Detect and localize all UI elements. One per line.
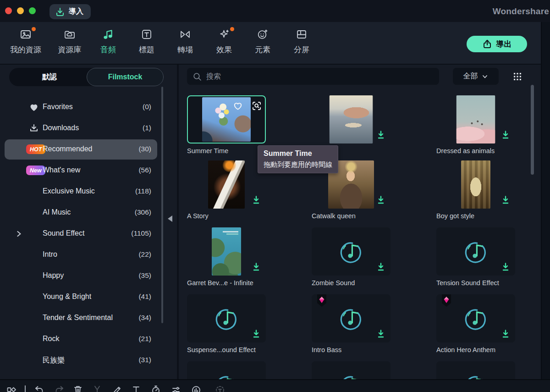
card-title: Suspense...ound Effect — [187, 346, 292, 354]
media-card[interactable] — [312, 95, 390, 144]
media-card[interactable] — [312, 361, 390, 379]
music-note-circle-icon — [338, 373, 364, 380]
sidebar-item-downloads[interactable]: Downloads(1) — [5, 118, 157, 138]
item-count: (56) — [138, 166, 151, 174]
motion-track-icon[interactable] — [215, 385, 225, 392]
sidebar-item-happy[interactable]: Happy(35) — [5, 266, 157, 286]
music-note-circle-icon — [338, 239, 364, 265]
rearrange-icon[interactable] — [6, 385, 16, 392]
sidebar-item-intro[interactable]: Intro(22) — [5, 245, 157, 265]
media-card[interactable] — [187, 361, 266, 379]
sidebar-item-sound-effect[interactable]: Sound Effect(1105) — [5, 224, 157, 244]
music-note-circle-icon — [463, 373, 489, 380]
music-note-circle-icon — [338, 306, 364, 331]
tab-split-screen[interactable]: 分屏 — [280, 28, 324, 63]
media-card-action-hero-anthem[interactable] — [436, 294, 515, 342]
sidebar-item-favorites[interactable]: Favorites(0) — [5, 97, 157, 117]
segment-default[interactable]: 默認 — [9, 68, 90, 86]
media-card-zombie-sound[interactable] — [312, 227, 390, 276]
sidebar-item-rock[interactable]: Rock(21) — [5, 329, 157, 349]
content-scrollbar[interactable] — [531, 85, 534, 175]
card-thumbnail — [330, 95, 373, 144]
media-card-intro-bass[interactable] — [312, 294, 390, 342]
sidebar-scrollbar[interactable] — [161, 87, 163, 323]
media-card[interactable] — [436, 361, 515, 379]
collapse-sidebar-handle[interactable] — [168, 215, 172, 222]
tab-label: 標題 — [139, 44, 154, 55]
marker-icon[interactable] — [112, 385, 122, 392]
card-title: Catwalk queen — [312, 212, 417, 221]
zoom-window-button[interactable] — [29, 7, 36, 14]
text-tool-icon[interactable] — [131, 385, 141, 392]
undo-icon[interactable] — [34, 385, 44, 392]
media-card-dressed-as-animals[interactable] — [436, 95, 515, 144]
sidebar-item-label: Downloads — [43, 124, 79, 132]
audio-meter-icon[interactable] — [191, 385, 201, 392]
download-arrow-icon[interactable] — [501, 195, 510, 204]
sidebar-item-ai-music[interactable]: AI Music(306) — [5, 203, 157, 223]
search-input[interactable] — [205, 72, 434, 81]
media-card-tension-sound-effect[interactable] — [436, 227, 515, 276]
download-arrow-icon[interactable] — [252, 262, 260, 271]
segment-filmstock[interactable]: Filmstock — [87, 68, 164, 86]
download-arrow-icon[interactable] — [501, 130, 510, 139]
media-card-summer-time[interactable] — [187, 95, 266, 144]
split-screen-icon — [296, 28, 308, 41]
download-arrow-icon[interactable] — [501, 262, 510, 271]
zoom-preview-icon[interactable] — [251, 100, 262, 111]
music-note-circle-icon — [463, 306, 489, 331]
music-note-circle-icon — [214, 373, 239, 380]
media-card-suspense-ound-effect[interactable] — [187, 294, 266, 342]
split-icon[interactable] — [92, 385, 102, 392]
item-count: (31) — [138, 356, 151, 364]
close-window-button[interactable] — [5, 7, 12, 14]
sidebar-item-exclusive-music[interactable]: Exclusive Music(118) — [5, 182, 157, 202]
download-arrow-icon[interactable] — [377, 262, 385, 271]
sidebar-item-young-bright[interactable]: Young & Bright(41) — [5, 287, 157, 307]
effects-icon — [218, 28, 230, 41]
search-box[interactable] — [187, 68, 439, 85]
chevron-down-icon — [481, 73, 489, 80]
premium-badge — [442, 294, 451, 307]
download-arrow-icon[interactable] — [377, 130, 385, 139]
download-arrow-icon[interactable] — [252, 195, 260, 204]
tab-label: 資源庫 — [58, 44, 82, 55]
tab-effects[interactable]: 效果 — [202, 28, 246, 63]
download-arrow-icon[interactable] — [377, 195, 385, 204]
media-card-a-story[interactable] — [187, 160, 266, 209]
sidebar-item-label: AI Music — [43, 208, 71, 216]
card-title: Tension Sound Effect — [436, 279, 541, 287]
sidebar-item-tender-sentimental[interactable]: Tender & Sentimental(34) — [5, 308, 157, 328]
adjust-icon[interactable] — [171, 385, 182, 392]
tab-elements[interactable]: 元素 — [241, 28, 285, 63]
tab-transitions[interactable]: 轉場 — [163, 28, 207, 63]
sidebar-item-recommended[interactable]: HOTRecommended(30) — [5, 139, 157, 160]
favorite-heart-icon[interactable] — [233, 101, 243, 110]
export-button[interactable]: 導出 — [467, 36, 527, 52]
tab-label: 我的資源 — [10, 44, 41, 55]
filter-dropdown[interactable]: 全部 — [453, 68, 499, 85]
transition-icon — [179, 28, 191, 41]
media-card-boy-got-style[interactable] — [436, 160, 515, 209]
expand-chevron-icon[interactable] — [15, 230, 23, 238]
tab-label: 元素 — [255, 44, 270, 55]
sidebar-item-label: Favorites — [43, 103, 73, 111]
download-arrow-icon[interactable] — [501, 329, 510, 338]
import-button[interactable]: 導入 — [50, 4, 91, 19]
tab-my-media[interactable]: 我的資源 — [4, 28, 48, 63]
sidebar-item-民族樂[interactable]: 民族樂(31) — [5, 350, 157, 370]
sidebar-item-label: Rock — [43, 335, 59, 343]
speed-icon[interactable] — [151, 385, 161, 392]
tab-stock[interactable]: 資源庫 — [48, 28, 92, 63]
minimize-window-button[interactable] — [17, 7, 24, 14]
redo-icon[interactable] — [55, 385, 65, 392]
download-arrow-icon[interactable] — [252, 329, 260, 338]
download-arrow-icon[interactable] — [377, 329, 385, 338]
tab-titles[interactable]: 標題 — [125, 28, 169, 63]
tab-audio[interactable]: 音頻 — [86, 28, 130, 63]
delete-icon[interactable] — [73, 385, 83, 392]
media-card-garret-bev-e-infinite[interactable] — [187, 227, 266, 276]
item-count: (118) — [135, 187, 151, 195]
sidebar-item-what-s-new[interactable]: NewWhat's new(56) — [5, 160, 157, 181]
cursor-icon[interactable] — [20, 385, 30, 392]
